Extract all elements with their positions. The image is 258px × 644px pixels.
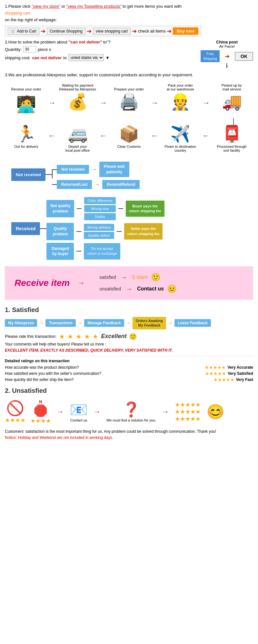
star1: ★ xyxy=(59,333,65,340)
unsatisfied-text: unsatisfied xyxy=(99,286,121,291)
recv-branch2: Qualityproblem Wrong delivery Quality de… xyxy=(46,223,164,240)
feedback-flow: My Aliexpress → Transactions → Manage Fe… xyxy=(5,317,253,329)
view-cart-btn[interactable]: view shopping cart xyxy=(93,28,131,35)
arrow-6-7: ← xyxy=(48,131,56,140)
satisfied-arrow: → xyxy=(121,274,127,281)
not-received-main: Not received Not received → Please waitp… xyxy=(11,160,247,189)
stop-icon: 🛑 xyxy=(34,404,48,417)
receive-item-title: Receive item xyxy=(15,278,70,288)
process-visualization: Receive your order 🧑‍💻 → Waiting for pay… xyxy=(5,82,253,152)
step-arrow-2: → xyxy=(77,320,83,326)
wrong-size-box: Wrong size xyxy=(84,205,115,212)
arrow-9-10: ← xyxy=(202,131,210,140)
quality-defect-box: Quality defect xyxy=(84,232,114,239)
arrow1: ➔ xyxy=(41,28,45,35)
recv-branch3: Damagedby buyer Do not acceptreturn or e… xyxy=(46,243,164,260)
dr-row-2: How satisfied were you with the seller's… xyxy=(5,371,253,376)
step6-icon: 🏃 xyxy=(16,125,36,143)
transactions-step[interactable]: Transactions xyxy=(45,319,76,327)
stop-item: N 🛑 ★★★★ xyxy=(30,399,51,424)
no-return-box: Do not acceptreturn or exchange xyxy=(84,243,120,260)
quality-box: Qualityproblem xyxy=(46,223,74,240)
excellent-text: Excellent xyxy=(101,333,126,340)
comments-text: Your comments will help other buyers! Pl… xyxy=(5,342,253,346)
dr-stars1: ★★★★★ xyxy=(205,365,226,370)
resend-refund-box: Resend/Refund xyxy=(102,180,140,189)
dr-stars2: ★★★★★ xyxy=(205,371,226,376)
unsat-stars1: ★★★★ xyxy=(5,417,25,424)
manage-feedback-step[interactable]: Manage Feedback xyxy=(84,319,124,327)
nr-tree: Not received → Please waitpatiently Retu… xyxy=(52,160,140,189)
quantity-input[interactable] xyxy=(23,46,36,52)
arrow-3-4: → xyxy=(151,98,159,107)
footer-text: Customers' satisfaction is the most impo… xyxy=(5,429,253,434)
smiley-icon: 🙂 xyxy=(129,333,137,340)
info-icon: ℹ xyxy=(201,62,253,69)
step-arrow-4: → xyxy=(168,320,173,326)
please-wait-box: Please waitpatiently xyxy=(99,162,129,177)
process-step-5: Picked up bymail service 🚚 xyxy=(211,82,253,111)
dr-q2: How satisfied were you with the seller's… xyxy=(5,371,205,376)
q-line2 xyxy=(117,231,122,232)
shipping-row: shipping cost: can not deliver to unied … xyxy=(5,54,201,61)
unsat-stars2: ★★★★ xyxy=(30,417,51,424)
leave-feedback-step[interactable]: Leave Feedback xyxy=(174,319,211,327)
nr-branch1-content: Not received → Please waitpatiently xyxy=(57,162,129,177)
process-step-4: Pack your orderat our warehouse 👷 xyxy=(159,82,201,111)
ok-button[interactable]: OK xyxy=(235,52,253,61)
cart-flow: 🛒 Add to Cart ➔ Continue Shopping ➔ view… xyxy=(5,26,201,36)
recv-branch1: Not qualityproblem Color difference Wron… xyxy=(46,197,164,220)
email-icon: 📧 xyxy=(70,401,88,418)
to-text: to xyxy=(63,55,67,60)
question-icon: ❓ xyxy=(122,401,140,418)
nr-arrow1: → xyxy=(92,166,97,172)
view-topselling-link[interactable]: "view my Topselling products" xyxy=(66,4,122,9)
section1: 1.Please click "view my store" or "view … xyxy=(5,3,253,36)
quantity-row: Quantity: piece s xyxy=(5,46,201,52)
dislike-box: Dislike xyxy=(84,213,115,220)
cannot-deliver-text: can not deliver xyxy=(32,55,62,60)
nq-subs: Color difference Wrong size Dislike xyxy=(84,197,115,220)
neutral-emoji: 😐 xyxy=(167,284,177,293)
dr-q1: How accurate was the product description… xyxy=(5,365,205,370)
not-received-sub-box: Not received xyxy=(57,165,89,174)
unsatisfied-outcome: unsatisfied → Contact us 😐 xyxy=(99,284,177,293)
not-received-chart: Not received Not received → Please waitp… xyxy=(11,160,247,189)
recv-line xyxy=(40,228,46,229)
continue-shopping-btn[interactable]: Continue Shopping xyxy=(47,28,85,35)
dr-stars3: ★★★★★ xyxy=(213,377,234,382)
step2-icon: 💰 xyxy=(68,92,88,111)
step7-icon: 🚐 xyxy=(68,125,88,143)
satisfied-outcome: satisfied → 5 stars 🙂 xyxy=(99,273,177,282)
shipping-label: shipping cost: xyxy=(5,55,31,60)
no-sign-item: 🚫 ★★★★ xyxy=(5,400,25,424)
satisfied-section: 1. Satisfied My Aliexpress → Transaction… xyxy=(5,306,253,382)
shipping-select[interactable]: unied states via xyxy=(68,54,104,61)
check-all-item: check all items xyxy=(138,29,165,33)
nq-line xyxy=(77,208,82,209)
nr-connector2 xyxy=(52,184,57,185)
process-step-3: Prepare your order 🖨️ xyxy=(108,82,150,111)
process-step-10: 📮 Processed throughsort facility xyxy=(211,125,253,152)
wrong-delivery-box: Wrong delivery xyxy=(84,224,114,231)
step1-icon: 🧑‍💻 xyxy=(13,92,40,117)
nr-branch1: Not received → Please waitpatiently xyxy=(52,160,140,178)
arrow-2-3: → xyxy=(99,98,107,107)
nr-connector1 xyxy=(52,169,57,178)
view-store-link[interactable]: "view my store" xyxy=(32,4,60,9)
my-aliexpress-step[interactable]: My Aliexpress xyxy=(5,319,37,327)
dr-row-3: How quickly did the seller ship the item… xyxy=(5,377,253,382)
arrow-7-8: ← xyxy=(99,131,107,140)
arrow-8-9: ← xyxy=(151,131,159,140)
dr-a1: Very Accurate xyxy=(227,365,253,370)
section2: 2.How to solve the problem about "can no… xyxy=(5,40,253,69)
orders-awaiting-step[interactable]: Orders AwaitingMy Feedback xyxy=(133,317,166,329)
process-step-2: Waiting for paymentReleased by Aliexpres… xyxy=(57,82,99,111)
add-to-cart-btn[interactable]: 🛒 Add to Cart xyxy=(8,28,39,35)
dr-row-1: How accurate was the product description… xyxy=(5,365,253,370)
buy-now-btn[interactable]: Buy now xyxy=(173,27,198,35)
unsatisfied-title: 2. Unsatisfied xyxy=(5,387,253,394)
unsatisfied-section: 2. Unsatisfied 🚫 ★★★★ N 🛑 ★★★★ → 📧 Conta… xyxy=(5,387,253,440)
process-step-8: 📦 Clear Customs xyxy=(108,125,150,148)
outcome-stars2: ★★★★★ xyxy=(175,408,201,415)
